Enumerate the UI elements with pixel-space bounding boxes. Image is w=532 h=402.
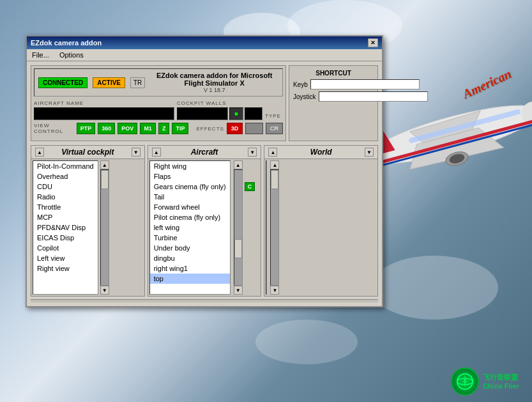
list-item[interactable]: Tail xyxy=(150,192,230,202)
world-list[interactable] xyxy=(266,160,267,295)
c-badge: C xyxy=(245,182,255,191)
list-item[interactable]: left wing xyxy=(150,222,230,233)
vc-btn-m1[interactable]: M1 xyxy=(140,123,156,134)
tr-status: TR xyxy=(130,77,145,88)
vc-btn-z[interactable]: Z xyxy=(158,123,170,134)
w-scroll-down[interactable]: ▼ xyxy=(365,148,374,157)
view-control-row: VIEW CONTROL PTP 360 POV M1 Z TIP EFFECT… xyxy=(34,123,283,134)
ac-scroll-up-btn[interactable]: ▲ xyxy=(234,160,243,169)
menu-bar: File... Options xyxy=(27,49,382,61)
list-item[interactable]: Pilot-In-Command xyxy=(33,161,98,171)
view-control-label: VIEW CONTROL xyxy=(34,123,74,134)
list-item[interactable]: Left view xyxy=(33,253,98,263)
shortcut-panel: SHORTCUT Keyb Joystick xyxy=(289,65,378,141)
list-item[interactable]: Pilot cinema (fly only) xyxy=(150,212,230,222)
window-title: EZdok camera addon xyxy=(31,39,102,47)
cockpit-toggle[interactable]: ■ xyxy=(229,107,243,120)
aircraft-list[interactable]: Right wingFlapsGears cinema (fly only)Ta… xyxy=(149,160,231,295)
keyb-row: Keyb xyxy=(293,79,374,89)
ac-scroll-down-btn[interactable]: ▼ xyxy=(234,286,243,295)
virtual-cockpit-header: ▲ Virtual cockpit ▼ xyxy=(31,146,144,159)
cockpit-type-input[interactable] xyxy=(245,107,262,120)
vc-btn-ptp[interactable]: PTP xyxy=(77,123,96,134)
list-item[interactable]: Copilot xyxy=(33,243,98,253)
list-item[interactable]: Under body xyxy=(150,243,230,253)
cf-text: 飞行音联盟China Flier xyxy=(483,373,519,391)
china-flier-logo: 飞行音联盟China Flier xyxy=(451,367,519,396)
type-label: TYPE xyxy=(265,113,281,119)
vc-scrollbar: ▲ ▼ xyxy=(100,159,110,296)
world-header: ▲ World ▼ xyxy=(264,146,377,159)
app-title: EZdok camera addon for Microsoft Flight … xyxy=(150,72,278,87)
w-scroll-up-btn[interactable]: ▲ xyxy=(270,160,279,169)
connected-status: CONNECTED xyxy=(38,77,87,88)
status-bar: CONNECTED ACTIVE TR EZdok camera addon f… xyxy=(34,68,283,97)
shortcut-title: SHORTCUT xyxy=(293,70,374,77)
list-item[interactable]: top xyxy=(150,274,230,284)
ac-scroll-track[interactable] xyxy=(234,169,243,286)
list-item[interactable]: MCP xyxy=(33,212,98,222)
joystick-input[interactable] xyxy=(319,91,428,102)
list-item[interactable]: Turbine xyxy=(150,233,230,243)
list-item[interactable]: right wing1 xyxy=(150,263,230,274)
list-item[interactable]: Right view xyxy=(33,263,98,274)
vc-scroll-up[interactable]: ▲ xyxy=(35,148,44,157)
virtual-cockpit-title: Virtual cockpit xyxy=(61,148,114,157)
aircraft-header: ▲ Aircraft ▼ xyxy=(148,146,261,159)
vc-scroll-down-btn[interactable]: ▼ xyxy=(100,286,109,295)
aircraft-info-row: AIRCRAFT NAME COCKPIT WALLS ■ TYPE xyxy=(34,100,283,120)
list-item[interactable]: Right wing xyxy=(150,161,230,171)
cloud-4 xyxy=(255,320,358,364)
main-content: CONNECTED ACTIVE TR EZdok camera addon f… xyxy=(27,61,382,306)
eff-btn-3d[interactable]: 3D xyxy=(227,123,243,134)
cockpit-walls-input[interactable] xyxy=(177,107,228,120)
joystick-row: Joystick xyxy=(293,91,374,102)
ac-scroll-up[interactable]: ▲ xyxy=(152,148,161,157)
vc-list-container: Pilot-In-CommandOverheadCDURadioThrottle… xyxy=(31,159,144,296)
list-item[interactable]: EICAS Disp xyxy=(33,233,98,243)
w-scroll-down-btn[interactable]: ▼ xyxy=(270,286,279,295)
list-item[interactable]: PFD&NAV Disp xyxy=(33,222,98,233)
eff-btn-mid[interactable] xyxy=(245,123,263,134)
ac-scroll-thumb xyxy=(234,239,242,258)
svg-marker-12 xyxy=(464,375,466,387)
type-group: TYPE xyxy=(265,113,281,120)
bottom-bar xyxy=(31,299,378,302)
keyb-label: Keyb xyxy=(293,81,308,88)
vc-scroll-up-btn[interactable]: ▲ xyxy=(100,160,109,169)
columns-area: ▲ Virtual cockpit ▼ Pilot-In-CommandOver… xyxy=(31,145,378,297)
w-scroll-up[interactable]: ▲ xyxy=(268,148,277,157)
list-item[interactable]: Overhead xyxy=(33,171,98,182)
eff-btn-cr[interactable]: CR xyxy=(266,123,283,134)
aircraft-name-input[interactable] xyxy=(34,107,174,120)
vc-scroll-thumb xyxy=(101,170,109,189)
list-item[interactable]: Flaps xyxy=(150,171,230,182)
title-bar: EZdok camera addon ✕ xyxy=(27,36,382,49)
vc-btn-360[interactable]: 360 xyxy=(98,123,115,134)
world-column: ▲ World ▼ ▲ ▼ xyxy=(264,145,378,297)
w-scroll-track[interactable] xyxy=(270,169,279,286)
keyb-input[interactable] xyxy=(310,79,420,89)
ac-list-container: Right wingFlapsGears cinema (fly only)Ta… xyxy=(148,159,261,296)
virtual-cockpit-list[interactable]: Pilot-In-CommandOverheadCDURadioThrottle… xyxy=(33,160,98,295)
effects-label: EFFECTS xyxy=(196,126,224,132)
vc-btn-tip[interactable]: TIP xyxy=(172,123,188,134)
list-item[interactable]: Forward wheel xyxy=(150,202,230,212)
list-item[interactable]: Radio xyxy=(33,192,98,202)
list-item[interactable]: Gears cinema (fly only) xyxy=(150,182,230,192)
ac-scroll-down[interactable]: ▼ xyxy=(248,148,257,157)
list-item[interactable]: dingbu xyxy=(150,253,230,263)
close-button[interactable]: ✕ xyxy=(368,38,378,47)
joystick-label: Joystick xyxy=(293,93,316,100)
aircraft-name-group: AIRCRAFT NAME xyxy=(34,100,174,120)
vc-scroll-track[interactable] xyxy=(100,169,109,286)
main-dialog: EZdok camera addon ✕ File... Options CON… xyxy=(26,35,383,307)
vc-scroll-down[interactable]: ▼ xyxy=(132,148,141,157)
vc-btn-pov[interactable]: POV xyxy=(118,123,137,134)
w-scroll-thumb xyxy=(271,170,278,189)
list-item[interactable]: CDU xyxy=(33,182,98,192)
list-item[interactable]: Throttle xyxy=(33,202,98,212)
menu-options[interactable]: Options xyxy=(57,50,86,59)
aircraft-name-label: AIRCRAFT NAME xyxy=(34,100,174,106)
menu-file[interactable]: File... xyxy=(29,50,52,59)
